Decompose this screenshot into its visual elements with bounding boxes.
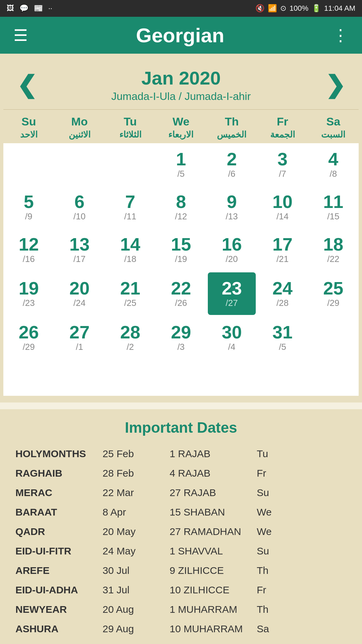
day-header-th: Th الخميس — [206, 110, 257, 143]
important-date-row: EID-UI-FITR24 May1 SHAVVALSu — [13, 541, 349, 561]
calendar-cell[interactable]: 13/17 — [54, 228, 105, 271]
hijri-day: /10 — [73, 211, 85, 222]
calendar-cell[interactable]: 3/7 — [257, 143, 308, 186]
calendar-cell[interactable]: 20/24 — [54, 271, 105, 316]
important-date-gregDate: 31 Jul — [101, 580, 168, 600]
calendar-cell[interactable]: 21/25 — [105, 271, 156, 316]
calendar-cell[interactable]: 1/5 — [156, 143, 206, 186]
calendar-cell[interactable]: 15/19 — [156, 228, 206, 271]
hijri-day: /7 — [279, 169, 286, 179]
calendar-cell[interactable]: 10/14 — [257, 186, 308, 228]
calendar-cell[interactable]: 7/11 — [105, 186, 156, 228]
calendar-cell[interactable] — [54, 143, 105, 186]
calendar-cell[interactable]: 29/3 — [156, 316, 206, 359]
more-options-button[interactable]: ⋮ — [333, 26, 349, 45]
important-date-day: We — [255, 502, 349, 522]
calendar-cell[interactable]: 16/20 — [206, 228, 257, 271]
greg-day: 20 — [69, 279, 89, 297]
calendar-cell[interactable]: 28/2 — [105, 316, 156, 359]
greg-day: 10 — [273, 193, 293, 211]
important-date-name: EID-UI-FITR — [13, 541, 101, 561]
hijri-day: /5 — [279, 342, 286, 352]
important-date-name: MAWLID — [13, 639, 101, 644]
greg-day: 3 — [278, 150, 288, 168]
important-date-day: Fr — [255, 464, 349, 483]
calendar-cell[interactable] — [3, 143, 54, 186]
important-date-name: EID-UI-ADHA — [13, 580, 101, 600]
hijri-day: /19 — [175, 254, 187, 264]
greg-day: 18 — [323, 235, 343, 253]
calendar-cell[interactable]: 8/12 — [156, 186, 206, 228]
important-date-hijriDate: 10 MUHARRAM — [168, 619, 255, 639]
hijri-month-label: Jumada-I-Ula / Jumada-I-ahir — [111, 90, 251, 103]
greg-day: 19 — [19, 279, 39, 297]
greg-day: 28 — [120, 323, 140, 341]
hijri-day: /23 — [23, 298, 35, 308]
greg-day: 24 — [273, 279, 293, 297]
important-date-row: QADR20 May27 RAMADHANWe — [13, 522, 349, 541]
important-date-hijriDate: 9 ZILHICCE — [168, 561, 255, 580]
important-dates-title: Important Dates — [13, 419, 349, 436]
important-date-row: BARAAT8 Apr15 SHABANWe — [13, 502, 349, 522]
hijri-day: /27 — [226, 298, 238, 308]
menu-button[interactable]: ☰ — [13, 26, 28, 45]
important-date-row: NEWYEAR20 Aug1 MUHARRAMTh — [13, 600, 349, 619]
important-date-day: Th — [255, 600, 349, 619]
calendar-cell[interactable]: 18/22 — [308, 228, 359, 271]
hijri-day: /3 — [177, 342, 185, 352]
calendar-section: ❮ Jan 2020 Jumada-I-Ula / Jumada-I-ahir … — [0, 54, 362, 402]
calendar-cell[interactable]: 11/15 — [308, 186, 359, 228]
calendar-cell[interactable]: 14/18 — [105, 228, 156, 271]
important-date-gregDate: 20 May — [101, 522, 168, 541]
calendar-cell[interactable] — [308, 316, 359, 359]
calendar-cell[interactable]: 25/29 — [308, 271, 359, 316]
important-date-gregDate: 29 Aug — [101, 619, 168, 639]
calendar-cell[interactable]: 26/29 — [3, 316, 54, 359]
hijri-day: /13 — [226, 211, 238, 222]
greg-day: 21 — [120, 279, 140, 297]
important-date-gregDate: 30 Jul — [101, 561, 168, 580]
calendar-cell[interactable] — [105, 143, 156, 186]
calendar-cell[interactable]: 22/26 — [156, 271, 206, 316]
status-left-icons: 🖼 💬 📰 ·· — [7, 4, 52, 13]
calendar-cell[interactable]: 9/13 — [206, 186, 257, 228]
important-date-hijriDate: 1 MUHARRAM — [168, 600, 255, 619]
calendar-cell[interactable]: 5/9 — [3, 186, 54, 228]
app-title: Georgian — [136, 24, 224, 47]
calendar-cell[interactable]: 19/23 — [3, 271, 54, 316]
calendar-cell[interactable]: 30/4 — [206, 316, 257, 359]
calendar-cell[interactable]: 24/28 — [257, 271, 308, 316]
hijri-day: /29 — [327, 298, 339, 308]
calendar-cell[interactable]: 4/8 — [308, 143, 359, 186]
prev-month-button[interactable]: ❮ — [17, 73, 37, 97]
greg-day: 23 — [222, 279, 242, 297]
important-date-row: RAGHAIB28 Feb4 RAJABFr — [13, 464, 349, 483]
calendar-cell[interactable] — [3, 359, 54, 396]
greg-day: 26 — [19, 323, 39, 341]
greg-day: 2 — [227, 150, 237, 168]
next-month-button[interactable]: ❯ — [325, 73, 345, 97]
day-header-sa: Sa السبت — [308, 110, 359, 143]
greg-day: 11 — [323, 193, 343, 211]
important-date-gregDate: 28 Feb — [101, 464, 168, 483]
app-header: ☰ Georgian ⋮ — [0, 17, 362, 54]
hijri-day: /26 — [175, 298, 187, 308]
calendar-cell[interactable]: 27/1 — [54, 316, 105, 359]
greg-day: 27 — [69, 323, 89, 341]
day-header-we: We الاربعاء — [156, 110, 206, 143]
greg-day: 16 — [222, 235, 242, 253]
calendar-cell[interactable]: 17/21 — [257, 228, 308, 271]
calendar-cell[interactable]: 6/10 — [54, 186, 105, 228]
calendar-cell[interactable]: 23/27 — [208, 272, 256, 315]
important-date-day: Fr — [255, 580, 349, 600]
calendar-cell[interactable]: 31/5 — [257, 316, 308, 359]
important-date-hijriDate: 1 RAJAB — [168, 444, 255, 464]
calendar-cell[interactable]: 12/16 — [3, 228, 54, 271]
calendar-grid: 1/52/63/74/85/96/107/118/129/1310/1411/1… — [3, 143, 359, 396]
important-date-name: HOLYMONTHS — [13, 444, 101, 464]
hijri-day: /16 — [23, 254, 35, 264]
calendar-cell[interactable]: 2/6 — [206, 143, 257, 186]
hijri-day: /8 — [329, 169, 337, 179]
day-headers: Su الاحد Mo الاثنين Tu الثلاثاء We الارب… — [3, 109, 359, 143]
flipboard-icon: 📰 — [34, 4, 43, 13]
